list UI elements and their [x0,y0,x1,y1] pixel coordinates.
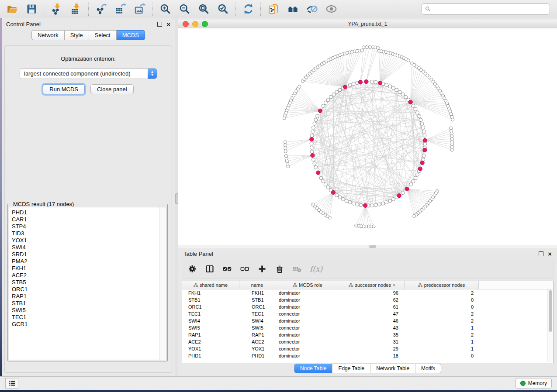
graph-node[interactable] [310,146,313,149]
result-list-scrollbar[interactable] [159,207,166,360]
graph-node[interactable] [310,142,313,145]
graph-node[interactable] [352,82,355,86]
graph-node[interactable] [414,176,417,180]
result-node-item[interactable]: STB5 [12,279,166,286]
column-header-name[interactable]: name [239,281,275,289]
graph-node[interactable] [345,199,348,203]
graph-node[interactable] [338,196,342,199]
criterion-dropdown[interactable]: largest connected component (undirected)… [20,68,157,79]
graph-mcds-node[interactable] [316,171,320,175]
delete-column-button[interactable] [275,264,284,274]
result-node-item[interactable]: YOX1 [12,237,166,244]
open-file-button[interactable] [6,3,19,16]
graph-node[interactable] [284,144,287,147]
graph-mcds-node[interactable] [358,80,362,84]
graph-node[interactable] [377,203,381,206]
graph-node[interactable] [450,148,453,151]
graph-node[interactable] [310,150,314,154]
graph-node[interactable] [324,101,327,104]
column-header-shared-name[interactable]: shared name [182,281,239,289]
graph-node[interactable] [284,155,287,158]
graph-node[interactable] [407,59,410,62]
graph-node[interactable] [401,93,405,96]
tab-node-table[interactable]: Node Table [294,364,332,373]
graph-node[interactable] [414,107,417,111]
close-table-panel-icon[interactable]: × [548,252,552,256]
column-header-predecessor-nodes[interactable]: predecessor nodes [405,281,479,289]
mcds-result-list[interactable]: PHD1CAR1STP4TID3YOX1SWI4SRD1PMA2FKH1ACE2… [9,207,166,360]
table-row[interactable]: TEC1TEC1connector472 [182,310,553,317]
graph-node[interactable] [314,118,318,122]
table-options-button[interactable] [187,264,197,274]
graph-node[interactable] [388,199,392,203]
graph-node[interactable] [370,204,374,207]
graph-node[interactable] [348,83,352,87]
graph-mcds-node[interactable] [378,81,382,85]
graph-node[interactable] [311,158,315,162]
result-node-item[interactable]: CAR1 [12,216,166,223]
graph-node[interactable] [284,147,287,150]
tab-network[interactable]: Network [31,30,65,40]
table-scrollbar-thumb[interactable] [549,290,552,332]
graph-node[interactable] [423,134,426,137]
graph-node[interactable] [359,203,363,207]
save-session-button[interactable] [25,3,38,16]
graph-mcds-node[interactable] [423,148,427,152]
show-columns-button[interactable] [205,264,214,274]
graph-node[interactable] [322,179,325,183]
graph-mcds-node[interactable] [423,138,427,142]
result-node-item[interactable]: ACE2 [12,272,166,279]
graph-node[interactable] [374,80,377,84]
first-neighbors-button[interactable] [286,3,299,16]
graph-node[interactable] [322,104,325,108]
graph-node[interactable] [370,80,374,83]
result-node-item[interactable]: STP4 [12,223,166,230]
import-table-button[interactable] [69,3,83,16]
graph-node[interactable] [409,183,413,186]
graph-node[interactable] [422,154,426,158]
run-mcds-button[interactable]: Run MCDS [43,84,85,94]
graph-mcds-node[interactable] [343,85,347,89]
result-node-item[interactable]: RAP1 [12,293,166,300]
table-row[interactable]: ORC1ORC1dominator610 [182,303,553,310]
show-all-button[interactable] [325,3,338,16]
zoom-out-button[interactable] [178,3,191,16]
graph-node[interactable] [311,203,315,206]
graph-node[interactable] [319,176,323,180]
result-node-item[interactable]: FKH1 [12,265,166,272]
graph-node[interactable] [348,200,352,204]
graph-node[interactable] [419,118,422,122]
graph-node[interactable] [420,122,424,125]
tab-edge-table[interactable]: Edge Table [332,364,370,373]
table-row[interactable]: ACE2ACE2connector311 [182,338,553,345]
hide-selected-button[interactable] [305,3,318,16]
memory-button[interactable]: Memory [515,378,552,389]
graph-node[interactable] [395,88,398,92]
graph-node[interactable] [284,141,287,144]
graph-mcds-node[interactable] [397,193,401,197]
result-node-item[interactable]: SWI5 [12,307,166,314]
graph-node[interactable] [335,90,339,94]
graph-node[interactable] [388,85,392,88]
export-table-button[interactable] [114,3,127,16]
tab-select[interactable]: Select [89,30,117,40]
table-row[interactable]: YOX1YOX1connector291 [182,345,553,352]
graph-node[interactable] [310,134,314,137]
table-row[interactable]: FKH1FKH1dominator962 [182,289,553,296]
graph-node[interactable] [416,111,419,114]
zoom-selected-button[interactable] [216,3,229,16]
tab-style[interactable]: Style [65,30,89,40]
graph-mcds-node[interactable] [408,100,412,104]
table-row[interactable]: RAP1RAP1dominator352 [182,331,553,338]
graph-node[interactable] [365,45,368,48]
close-panel-icon[interactable]: × [166,22,170,26]
table-row[interactable]: STB1STB1dominator620 [182,296,553,303]
result-node-item[interactable]: SWI4 [12,244,166,251]
graph-node[interactable] [381,202,385,205]
result-node-item[interactable]: TEC1 [12,314,166,321]
graph-node[interactable] [391,86,395,90]
graph-node[interactable] [368,45,371,48]
result-node-item[interactable]: STB1 [12,300,166,307]
close-panel-button[interactable]: Close panel [90,84,134,94]
graph-node[interactable] [404,95,408,99]
